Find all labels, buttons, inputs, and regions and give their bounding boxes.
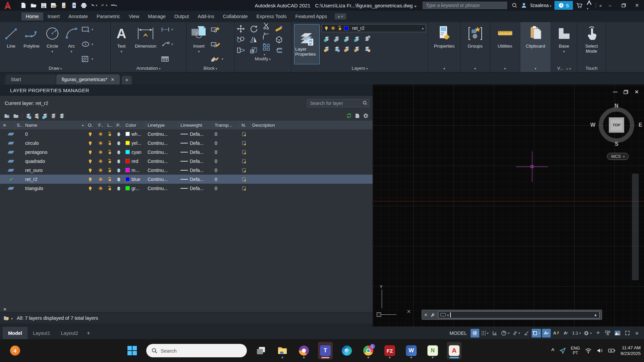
command-customize-wrench-icon[interactable]: [430, 312, 435, 317]
col-newvp[interactable]: N.: [240, 121, 251, 129]
layer-on-icon[interactable]: [86, 166, 97, 175]
layer-lineweight[interactable]: Defa...: [179, 157, 213, 166]
layer-name[interactable]: 0: [23, 129, 86, 138]
rectangle-tool-icon[interactable]: [81, 25, 93, 34]
expand-chevron-icon[interactable]: »: [3, 306, 6, 312]
layer-vpfreeze-icon[interactable]: [240, 175, 251, 184]
panel-label-draw[interactable]: Draw: [0, 65, 110, 72]
settings-gear-icon[interactable]: [363, 113, 369, 119]
viewcube[interactable]: N W E S TOP: [596, 104, 637, 146]
annotation-scale-button[interactable]: 1:1: [571, 329, 582, 338]
layer-plot-icon[interactable]: [115, 147, 124, 157]
tab-model[interactable]: Model: [3, 327, 28, 339]
scale-tool-icon[interactable]: [250, 47, 258, 54]
linear-dimension-icon[interactable]: [161, 25, 173, 34]
layer-color[interactable]: m...: [124, 166, 146, 175]
taskbar-search[interactable]: Search: [146, 344, 247, 357]
ortho-mode-icon[interactable]: [490, 329, 499, 338]
redo-icon[interactable]: [101, 2, 107, 9]
save-icon[interactable]: [40, 2, 47, 9]
model-space-label[interactable]: MODEL: [449, 330, 467, 336]
edit-block-icon[interactable]: [211, 40, 223, 48]
layer-thaw-all-icon[interactable]: [344, 46, 350, 51]
layer-plot-icon[interactable]: [115, 184, 124, 193]
utilities-button[interactable]: Utilities: [492, 23, 518, 65]
layer-unisolate-icon[interactable]: [324, 46, 329, 51]
layer-on-icon[interactable]: [86, 157, 97, 166]
layer-freeze-icon[interactable]: [344, 36, 350, 41]
filter-inverse-icon[interactable]: ⚡: [3, 315, 9, 320]
layer-on-icon[interactable]: [86, 147, 97, 157]
notification-center-button[interactable]: 5: [554, 1, 573, 10]
copy-tool-icon[interactable]: [236, 36, 245, 43]
layer-lock-icon[interactable]: [106, 157, 115, 166]
task-view-button[interactable]: [254, 342, 268, 359]
layer-color[interactable]: red: [124, 157, 146, 166]
layer-vpfreeze-icon[interactable]: [240, 138, 251, 147]
user-avatar-icon[interactable]: [521, 2, 527, 8]
overflow-chevrons-icon[interactable]: »: [599, 3, 602, 8]
layer-on-icon[interactable]: [86, 184, 97, 193]
workspace-gear-icon[interactable]: [583, 329, 593, 338]
autoscale-icon[interactable]: A*: [561, 329, 570, 338]
col-status[interactable]: S..: [15, 121, 23, 129]
panel-label-properties[interactable]: [428, 65, 460, 72]
insert-block-button[interactable]: Insert: [189, 23, 209, 65]
widgets-badge[interactable]: 4: [10, 346, 20, 356]
mirror-tool-icon[interactable]: [250, 36, 258, 43]
object-snap-tracking-icon[interactable]: [512, 329, 521, 338]
layer-transparency[interactable]: 0: [213, 138, 240, 147]
delete-layer-icon[interactable]: ×: [51, 113, 56, 118]
polar-tracking-icon[interactable]: [500, 329, 511, 338]
panel-label-view[interactable]: V...↘: [551, 65, 577, 72]
tab-add-ins[interactable]: Add-ins: [193, 12, 218, 20]
layer-linetype[interactable]: Continu...: [146, 129, 179, 138]
language-indicator[interactable]: ENGPT: [571, 346, 580, 355]
layer-transparency[interactable]: 0: [213, 147, 240, 157]
graphics-performance-icon[interactable]: [613, 329, 622, 338]
col-freeze[interactable]: F..: [97, 121, 106, 129]
layer-lock-icon[interactable]: [355, 36, 360, 41]
app-store-cart-icon[interactable]: [576, 3, 583, 8]
tab-express-tools[interactable]: Express Tools: [252, 12, 291, 20]
filter-dropdown[interactable]: [11, 315, 13, 321]
arc-dropdown[interactable]: [70, 49, 72, 54]
layer-on-icon[interactable]: [86, 175, 97, 184]
col-transparency[interactable]: Transp...: [213, 121, 240, 129]
minimize-button[interactable]: –: [605, 1, 615, 10]
col-linetype[interactable]: Linetype: [146, 121, 179, 129]
layer-row-1[interactable]: circulo yel... Continu... Defa... 0: [0, 138, 373, 147]
new-drawing-tab-button[interactable]: +: [122, 76, 132, 84]
privacy-shield-icon[interactable]: [297, 342, 311, 359]
layer-selector-combo[interactable]: ret_r2: [322, 24, 426, 32]
layer-search-icon[interactable]: [363, 101, 368, 106]
collapse-chevron-icon[interactable]: »: [0, 121, 15, 129]
layer-color[interactable]: cyan: [124, 147, 146, 157]
set-current-layer-icon[interactable]: ✔: [59, 113, 64, 118]
polyline-tool-button[interactable]: Polyline: [21, 23, 42, 65]
isodraft-icon[interactable]: [522, 329, 531, 338]
layer-freeze-icon[interactable]: [97, 129, 106, 138]
arc-tool-button[interactable]: Arc: [63, 23, 80, 65]
layer-row-4[interactable]: ret_ouro m... Continu... Defa... 0: [0, 166, 373, 175]
groups-button[interactable]: Groups: [463, 23, 488, 65]
teams-icon[interactable]: T: [318, 342, 333, 359]
layer-unlock2-icon[interactable]: [355, 46, 360, 51]
tab-parametric[interactable]: Parametric: [92, 12, 124, 20]
layer-walk-icon[interactable]: [365, 36, 370, 41]
dynamic-input-icon[interactable]: Ao: [542, 329, 551, 338]
array-tool-icon[interactable]: [263, 44, 270, 57]
edge-icon[interactable]: [339, 342, 354, 359]
layer-lineweight[interactable]: Defa...: [179, 147, 213, 157]
layer-transparency[interactable]: 0: [213, 157, 240, 166]
tab-view[interactable]: View: [124, 12, 144, 20]
viewport-restore-icon[interactable]: [622, 88, 630, 95]
layer-linetype[interactable]: Continu...: [146, 175, 179, 184]
command-line-bar[interactable]: ✕ ▲: [422, 310, 602, 320]
viewcube-north[interactable]: N: [614, 103, 619, 109]
clipboard-button[interactable]: Clipboard: [522, 23, 549, 65]
circle-dropdown[interactable]: [51, 49, 53, 54]
clean-screen-icon[interactable]: [623, 329, 632, 338]
layer-color[interactable]: yel...: [124, 138, 146, 147]
tab-insert[interactable]: Insert: [43, 12, 64, 20]
